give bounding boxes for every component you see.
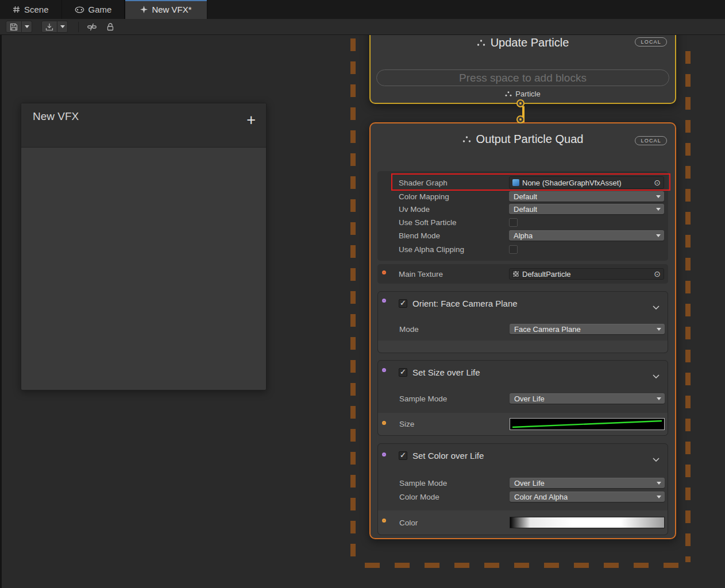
object-picker-icon[interactable]: ⊙	[654, 270, 661, 278]
color-mapping-dropdown[interactable]: Default	[509, 191, 664, 202]
uv-mode-label: Uv Mode	[399, 205, 509, 214]
output-node-title: Output Particle Quad	[476, 133, 584, 146]
toolbar-separator	[78, 22, 79, 32]
blackboard-add-button[interactable]: +	[246, 113, 256, 128]
orient-mode-label: Mode	[399, 325, 510, 334]
block-color-enabled-checkbox[interactable]: ✓	[399, 451, 407, 460]
color-mode-row: Color Mode Color And Alpha	[378, 492, 668, 502]
block-orient-face-camera-plane[interactable]: ✓ Orient: Face Camera Plane Mode Face Ca…	[377, 291, 668, 353]
main-texture-input-port[interactable]	[382, 270, 386, 274]
check-icon: ✓	[400, 451, 406, 459]
object-picker-icon[interactable]: ⊙	[654, 179, 661, 187]
tab-scene[interactable]: Scene	[0, 0, 62, 19]
block-size-enabled-checkbox[interactable]: ✓	[399, 368, 407, 377]
collapse-chevron-icon[interactable]	[653, 370, 660, 381]
caret-down-icon	[657, 496, 661, 498]
check-icon: ✓	[400, 368, 406, 376]
particle-port-text: Particle	[515, 90, 540, 98]
block-set-color-over-life[interactable]: ✓ Set Color over Life Sample Mode Over L…	[377, 443, 668, 535]
system-border-bottom	[365, 563, 692, 568]
caret-down-icon	[656, 234, 661, 237]
size-sample-mode-row: Sample Mode Over Life	[378, 393, 668, 404]
orient-mode-dropdown[interactable]: Face Camera Plane	[510, 324, 665, 334]
tab-game[interactable]: Game	[62, 0, 125, 19]
import-icon	[45, 23, 53, 31]
tab-scene-label: Scene	[24, 5, 49, 14]
output-settings-panel: Shader Graph None (ShaderGraphVfxAsset) …	[377, 171, 668, 261]
color-label: Color	[399, 519, 510, 527]
shader-graph-asset-icon	[512, 179, 519, 186]
color-input-port[interactable]	[382, 519, 386, 523]
window-edge	[0, 35, 2, 588]
update-output-flow-port[interactable]	[518, 100, 523, 106]
size-curve-row: Size	[378, 413, 668, 435]
blackboard-panel[interactable]: New VFX +	[21, 103, 267, 390]
unlink-button[interactable]	[84, 21, 99, 33]
output-input-flow-port[interactable]	[518, 117, 523, 122]
compile-button[interactable]	[41, 21, 57, 33]
color-gradient-field[interactable]	[510, 517, 665, 528]
color-mode-dropdown[interactable]: Color And Alpha	[510, 492, 665, 502]
main-texture-panel: Main Texture DefaultParticle ⊙	[377, 264, 668, 284]
compile-options-dropdown[interactable]	[57, 21, 68, 33]
tab-new-vfx[interactable]: New VFX*	[125, 0, 207, 19]
color-gradient-row: Color	[378, 510, 668, 535]
caret-down-icon	[656, 195, 661, 198]
blackboard-header: New VFX +	[21, 103, 266, 148]
save-icon	[10, 23, 18, 31]
size-input-port[interactable]	[382, 421, 386, 425]
use-alpha-clipping-checkbox[interactable]	[509, 245, 518, 254]
graph-canvas[interactable]: New VFX + Update Particle LOCAL Press sp…	[0, 35, 725, 588]
add-blocks-placeholder[interactable]: Press space to add blocks	[376, 69, 669, 86]
orient-block-port[interactable]	[382, 299, 386, 303]
save-button[interactable]	[6, 21, 22, 33]
size-sample-mode-dropdown[interactable]: Over Life	[510, 393, 665, 404]
color-mapping-label: Color Mapping	[399, 192, 509, 201]
lock-button[interactable]	[103, 21, 118, 33]
use-soft-particle-checkbox[interactable]	[509, 218, 518, 227]
setting-row-color-mapping: Color Mapping Default	[377, 191, 668, 202]
system-border-left	[350, 38, 356, 562]
shader-graph-object-field[interactable]: None (ShaderGraphVfxAsset) ⊙	[509, 176, 664, 189]
game-controller-icon	[75, 6, 84, 13]
color-sample-mode-label: Sample Mode	[399, 479, 510, 488]
block-color-header: ✓ Set Color over Life	[378, 444, 668, 467]
blend-mode-dropdown[interactable]: Alpha	[509, 230, 664, 241]
particle-output-port-label: Particle	[371, 90, 675, 98]
setting-row-shader-graph: Shader Graph None (ShaderGraphVfxAsset) …	[377, 176, 668, 189]
main-texture-object-field[interactable]: DefaultParticle ⊙	[509, 268, 664, 280]
block-orient-enabled-checkbox[interactable]: ✓	[399, 299, 407, 308]
local-badge: LOCAL	[635, 37, 667, 47]
setting-row-use-alpha-clipping: Use Alpha Clipping	[377, 245, 668, 254]
color-sample-mode-dropdown[interactable]: Over Life	[510, 478, 665, 488]
orient-mode-value: Face Camera Plane	[514, 325, 581, 334]
vfx-toolbar	[0, 19, 725, 35]
update-particle-node[interactable]: Update Particle LOCAL Press space to add…	[369, 35, 676, 104]
tab-new-vfx-label: New VFX*	[152, 5, 191, 14]
shader-graph-value: None (ShaderGraphVfxAsset)	[522, 179, 651, 187]
uv-mode-value: Default	[514, 205, 537, 214]
check-icon: ✓	[400, 299, 406, 307]
block-orient-title: Orient: Face Camera Plane	[412, 299, 518, 308]
caret-down-icon	[657, 482, 661, 485]
size-block-port[interactable]	[382, 368, 386, 372]
caret-down-icon	[656, 208, 661, 211]
blend-mode-label: Blend Mode	[399, 231, 509, 240]
update-node-title: Update Particle	[491, 36, 569, 49]
collapse-chevron-icon[interactable]	[653, 301, 660, 312]
use-alpha-clipping-label: Use Alpha Clipping	[399, 245, 509, 254]
save-options-dropdown[interactable]	[22, 21, 32, 33]
setting-row-uv-mode: Uv Mode Default	[377, 204, 668, 214]
use-soft-particle-label: Use Soft Particle	[399, 218, 509, 227]
uv-mode-dropdown[interactable]: Default	[509, 204, 664, 214]
output-particle-quad-node[interactable]: Output Particle Quad LOCAL Shader Graph …	[369, 122, 676, 539]
broken-link-icon	[87, 23, 97, 31]
color-mapping-value: Default	[514, 192, 537, 201]
collapse-chevron-icon[interactable]	[653, 454, 660, 464]
color-block-port[interactable]	[382, 452, 386, 457]
block-size-header: ✓ Set Size over Life	[378, 361, 668, 384]
particle-context-icon	[477, 40, 485, 46]
lock-icon	[107, 23, 114, 31]
size-curve-field[interactable]	[510, 418, 665, 430]
block-set-size-over-life[interactable]: ✓ Set Size over Life Sample Mode Over Li…	[377, 360, 668, 436]
